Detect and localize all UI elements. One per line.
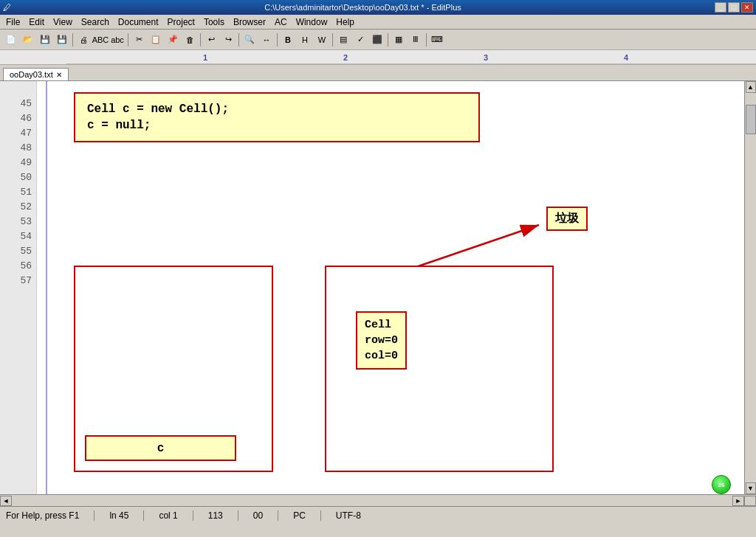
editplus-logo: 26 <box>712 475 731 494</box>
status-div3 <box>193 510 193 521</box>
menu-project[interactable]: Project <box>163 16 199 28</box>
ruler: 1 2 3 4 <box>0 50 756 65</box>
code-line2: c = null; <box>87 119 467 132</box>
title-bar-text: C:\Users\adminitartor\Desktop\ooDay03.tx… <box>11 3 715 12</box>
btn-block[interactable]: ▤ <box>335 32 351 48</box>
code-area[interactable]: Cell c = new Cell(); c = null; 垃圾 c Cell… <box>37 81 744 494</box>
scrollbar-horizontal[interactable]: ◄ ► <box>0 494 756 506</box>
line-num-56: 56 <box>0 258 36 273</box>
scroll-down-button[interactable]: ▼ <box>746 482 756 494</box>
new-button[interactable]: 📄 <box>3 32 19 48</box>
code-box: Cell c = new Cell(); c = null; <box>74 92 480 142</box>
menu-help[interactable]: Help <box>331 16 359 28</box>
btn-record[interactable]: ⬛ <box>369 32 385 48</box>
status-div6 <box>320 510 321 521</box>
sep1 <box>72 33 73 46</box>
menu-window[interactable]: Window <box>292 16 332 28</box>
h-button[interactable]: H <box>297 32 313 48</box>
margin-line <box>46 81 47 494</box>
scroll-up-button[interactable]: ▲ <box>746 81 756 93</box>
delete-button[interactable]: 🗑 <box>182 32 198 48</box>
line-num-49: 49 <box>0 155 36 170</box>
editor-area: 45 46 47 48 49 50 51 52 53 54 55 56 57 C… <box>0 81 756 494</box>
status-div2 <box>143 510 144 521</box>
open-button[interactable]: 📂 <box>20 32 36 48</box>
menu-edit[interactable]: Edit <box>24 16 49 28</box>
toolbar: 📄 📂 💾 💾 🖨 ABC abc ✂ 📋 📌 🗑 ↩ ↪ 🔍 ↔ B H W … <box>0 30 756 50</box>
line-num-45: 45 <box>0 96 36 111</box>
code-line1: Cell c = new Cell(); <box>87 103 467 116</box>
menu-search[interactable]: Search <box>77 16 114 28</box>
status-bar: For Help, press F1 ln 45 col 1 113 00 PC… <box>0 506 756 524</box>
status-encoding: UTF-8 <box>336 510 361 521</box>
line-numbers: 45 46 47 48 49 50 51 52 53 54 55 56 57 <box>0 81 37 494</box>
title-bar-icon: 🖊 <box>3 3 11 12</box>
scroll-thumb[interactable] <box>746 105 756 134</box>
line-num-47: 47 <box>0 125 36 140</box>
var-label-box: c <box>85 435 236 461</box>
replace-button[interactable]: ↔ <box>258 32 275 48</box>
scroll-right-button[interactable]: ► <box>732 496 744 506</box>
menu-document[interactable]: Document <box>114 16 163 28</box>
sep2 <box>128 33 128 46</box>
cut-button[interactable]: ✂ <box>131 32 147 48</box>
w-button[interactable]: W <box>314 32 330 48</box>
maximize-button[interactable]: □ <box>728 2 740 13</box>
sep8 <box>426 33 427 46</box>
line-num-52: 52 <box>0 199 36 214</box>
sep6 <box>332 33 333 46</box>
ruler-mark-4: 4 <box>624 53 628 62</box>
line-num-46: 46 <box>0 111 36 125</box>
scroll-htrack <box>12 496 732 506</box>
copy-button[interactable]: 📋 <box>148 32 164 48</box>
btn-misc[interactable]: ⌨ <box>429 32 445 48</box>
find-button[interactable]: 🔍 <box>241 32 258 48</box>
save-button[interactable]: 💾 <box>37 32 53 48</box>
ruler-content: 1 2 3 4 <box>66 50 756 64</box>
cell-row: row=0 <box>365 333 398 348</box>
cell-label: Cell <box>365 317 398 333</box>
btn-format[interactable]: Ⅲ <box>408 32 424 48</box>
menu-ac[interactable]: AC <box>270 16 292 28</box>
garbage-label: 垃圾 <box>546 207 588 231</box>
line-num-54: 54 <box>0 229 36 243</box>
sep7 <box>388 33 388 46</box>
status-div5 <box>278 510 278 521</box>
btn-check[interactable]: ✓ <box>352 32 368 48</box>
cell-inner-box: Cell row=0 col=0 <box>356 311 407 370</box>
line-num-55: 55 <box>0 243 36 258</box>
status-num2: 00 <box>253 510 263 521</box>
menu-view[interactable]: View <box>49 16 77 28</box>
scroll-corner <box>744 496 756 506</box>
menu-browser[interactable]: Browser <box>229 16 270 28</box>
right-mem-box: Cell row=0 col=0 <box>325 266 554 472</box>
scrollbar-vertical[interactable]: ▲ ▼ <box>744 81 756 494</box>
menu-tools[interactable]: Tools <box>199 16 229 28</box>
line-num-50: 50 <box>0 170 36 184</box>
tab-ooday03[interactable]: ooDay03.txt ✕ <box>3 68 69 80</box>
title-bar-controls: _ □ ✕ <box>715 2 753 13</box>
status-ln: ln 45 <box>109 510 128 521</box>
paste-button[interactable]: 📌 <box>165 32 181 48</box>
spell2-button[interactable]: abc <box>109 32 126 48</box>
spell-button[interactable]: ABC <box>92 32 109 48</box>
menu-file[interactable]: File <box>1 16 24 28</box>
ruler-mark-3: 3 <box>484 53 488 62</box>
print-button[interactable]: 🖨 <box>75 32 92 48</box>
save-all-button[interactable]: 💾 <box>54 32 70 48</box>
title-bar: 🖊 C:\Users\adminitartor\Desktop\ooDay03.… <box>0 0 756 15</box>
btn-col[interactable]: ▦ <box>391 32 407 48</box>
undo-button[interactable]: ↩ <box>203 32 219 48</box>
cell-col: col=0 <box>365 348 398 364</box>
menu-bar: File Edit View Search Document Project T… <box>0 15 756 30</box>
tab-close-icon[interactable]: ✕ <box>56 71 62 79</box>
minimize-button[interactable]: _ <box>715 2 726 13</box>
status-div1 <box>94 510 94 521</box>
redo-button[interactable]: ↪ <box>220 32 236 48</box>
tab-bar: ooDay03.txt ✕ <box>0 65 756 81</box>
status-num1: 113 <box>208 510 223 521</box>
bold-button[interactable]: B <box>280 32 296 48</box>
scroll-left-button[interactable]: ◄ <box>0 496 12 506</box>
close-button[interactable]: ✕ <box>741 2 753 13</box>
tab-label: ooDay03.txt <box>10 70 53 79</box>
